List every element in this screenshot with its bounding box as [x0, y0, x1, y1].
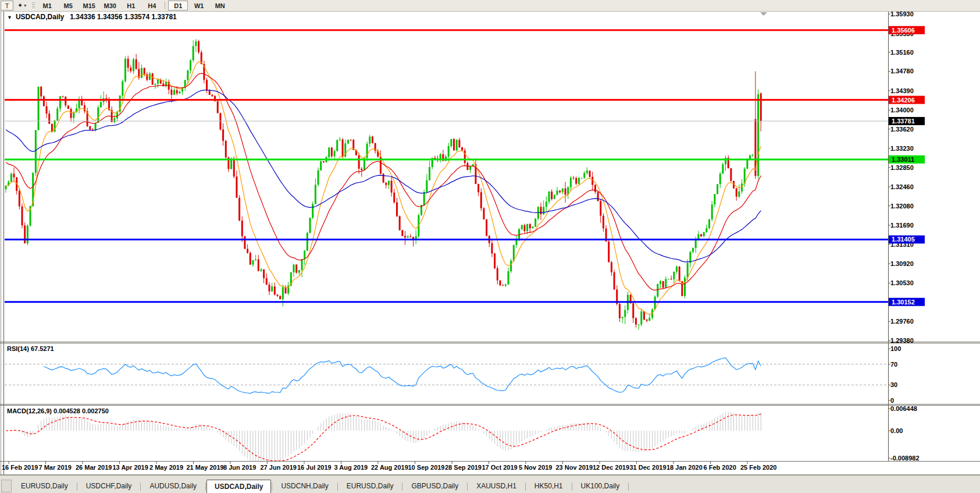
price-tick-label: 1.29760 — [890, 318, 914, 325]
date-tick-label: 13 Apr 2019 — [113, 464, 148, 471]
price-badge-label: 1.33781 — [892, 118, 915, 125]
top-toolbar: T ✦ ▾ M1M5M15M30H1H4D1W1MN — [0, 0, 980, 12]
timeframe-button-m5[interactable]: M5 — [58, 1, 78, 10]
timeframe-button-m15[interactable]: M15 — [79, 1, 99, 10]
date-tick-label: 3 Aug 2019 — [334, 464, 368, 471]
date-tick-label: 16 Feb 2019 — [2, 464, 38, 471]
price-tick-label: 1.34000 — [890, 107, 914, 114]
date-tick-label: 18 Jan 2020 — [667, 464, 703, 471]
price-badge-label: 1.33011 — [892, 156, 914, 163]
chart-tab-xauusd-h1[interactable]: XAUUSD,H1 — [468, 480, 525, 492]
chart-tab-usdcnh-daily[interactable]: USDCNH,Daily — [273, 480, 336, 492]
price-tick-label: 1.30530 — [890, 279, 914, 286]
price-badge-label: 1.34206 — [892, 97, 915, 104]
date-tick-label: 6 Feb 2020 — [704, 464, 736, 471]
rsi-tick-label: 100 — [890, 345, 901, 352]
date-tick-label: 26 Mar 2019 — [76, 464, 112, 471]
timeframe-toolbar: M1M5M15M30H1H4D1W1MN — [37, 1, 230, 10]
date-tick-label: 17 Oct 2019 — [482, 464, 518, 471]
arrange-charts-icon: ✦ — [17, 2, 23, 9]
symbol-dropdown-icon[interactable]: ▼ — [7, 15, 12, 20]
tab-divider — [628, 483, 629, 491]
date-tick-label: 23 Nov 2019 — [556, 464, 593, 471]
tab-divider — [140, 483, 141, 491]
date-tick-label: 31 Dec 2019 — [630, 464, 667, 471]
price-tick-label: 1.30920 — [890, 260, 914, 267]
chart-tab-eurusd-daily[interactable]: EURUSD,Daily — [13, 480, 76, 492]
price-badge-label: 1.31405 — [892, 236, 915, 243]
macd-tick-label: 0.00 — [890, 427, 903, 434]
dropdown-caret-icon: ▾ — [24, 3, 26, 8]
rsi-tick-label: 70 — [890, 361, 897, 368]
price-tick-label: 1.35160 — [890, 49, 914, 56]
price-tick-label: 1.32850 — [890, 164, 914, 171]
timeframe-button-mn[interactable]: MN — [210, 1, 230, 10]
ohlc-values: 1.34336 1.34356 1.33574 1.33781 — [70, 13, 177, 21]
tab-divider — [205, 483, 206, 491]
date-tick-label: 21 May 2019 — [187, 464, 224, 471]
macd-tick-label: 0.006448 — [890, 405, 917, 412]
price-tick-label: 1.33620 — [890, 126, 914, 133]
timeframe-button-d1[interactable]: D1 — [168, 1, 188, 10]
tab-divider — [337, 483, 338, 491]
symbol-label: USDCAD,Daily — [16, 13, 64, 21]
timeframe-button-h4[interactable]: H4 — [142, 1, 162, 10]
chart-tab-usdcad-daily[interactable]: USDCAD,Daily — [206, 480, 271, 493]
date-tick-label: 27 Jun 2019 — [261, 464, 297, 471]
chart-tab-hk50-h1[interactable]: HK50,H1 — [526, 480, 571, 492]
price-tick-label: 1.34780 — [890, 68, 914, 75]
date-tick-label: 25 Feb 2020 — [740, 464, 776, 471]
timeframe-button-m30[interactable]: M30 — [100, 1, 120, 10]
date-tick-label: 22 Aug 2019 — [371, 464, 408, 471]
price-tick-label: 1.32080 — [890, 203, 914, 210]
price-tick-label: 1.29380 — [890, 337, 914, 344]
timeframe-button-m1[interactable]: M1 — [37, 1, 57, 10]
price-tick-label: 1.32460 — [890, 183, 914, 190]
arrange-charts-button[interactable]: ✦ ▾ — [15, 1, 29, 10]
tab-divider — [402, 483, 402, 491]
tab-divider — [525, 483, 526, 491]
price-tick-label: 1.33230 — [890, 145, 914, 152]
tab-divider — [572, 483, 572, 491]
date-tick-label: 8 Jun 2019 — [223, 464, 256, 471]
chart-tab-audusd-daily[interactable]: AUDUSD,Daily — [141, 480, 205, 492]
chart-tab-gbpusd-daily[interactable]: GBPUSD,Daily — [403, 480, 466, 492]
tab-divider — [272, 483, 272, 491]
date-tick-label: 28 Sep 2019 — [445, 464, 482, 471]
rsi-tick-label: 30 — [890, 381, 897, 388]
tabbar-stub — [1, 480, 12, 492]
price-badge-label: 1.35606 — [892, 27, 915, 34]
price-tick-label: 1.31690 — [890, 222, 914, 229]
mt4-window: T ✦ ▾ M1M5M15M30H1H4D1W1MN 1.359301.3553… — [0, 0, 980, 493]
date-tick-label: 2 May 2019 — [149, 464, 183, 471]
chart-canvas[interactable]: 1.359301.355301.351601.347801.343901.340… — [0, 0, 980, 475]
rsi-tick-label: 0 — [890, 397, 894, 404]
timeframe-button-h1[interactable]: H1 — [121, 1, 141, 10]
toolbar-grip — [32, 2, 35, 9]
price-badge-label: 1.30152 — [892, 299, 915, 306]
chart-tab-eurusd-daily[interactable]: EURUSD,Daily — [338, 480, 402, 492]
text-tool-button[interactable]: T — [1, 1, 13, 10]
macd-label: MACD(12,26,9) 0.004528 0.002750 — [7, 407, 109, 414]
chart-tabs-bar: EURUSD,DailyUSDCHF,DailyAUDUSD,DailyUSDC… — [0, 475, 980, 493]
date-tick-label: 7 Mar 2019 — [39, 464, 72, 471]
date-tick-label: 10 Sep 2019 — [408, 464, 445, 471]
chart-title: ▼USDCAD,Daily1.34336 1.34356 1.33574 1.3… — [7, 13, 177, 21]
chart-tab-uk100-daily[interactable]: UK100,Daily — [573, 480, 628, 492]
rsi-label: RSI(14) 67.5271 — [7, 345, 54, 352]
macd-tick-label: -0.008982 — [890, 455, 920, 462]
date-tick-label: 16 Jul 2019 — [297, 464, 332, 471]
tab-divider — [467, 483, 468, 491]
timeframe-button-w1[interactable]: W1 — [189, 1, 209, 10]
chart-tab-usdchf-daily[interactable]: USDCHF,Daily — [78, 480, 140, 492]
tab-divider — [77, 483, 77, 491]
date-tick-label: 12 Dec 2019 — [593, 464, 629, 471]
price-tick-label: 1.34390 — [890, 87, 914, 94]
toolbar-separator — [165, 2, 165, 9]
date-tick-label: 5 Nov 2019 — [519, 464, 552, 471]
